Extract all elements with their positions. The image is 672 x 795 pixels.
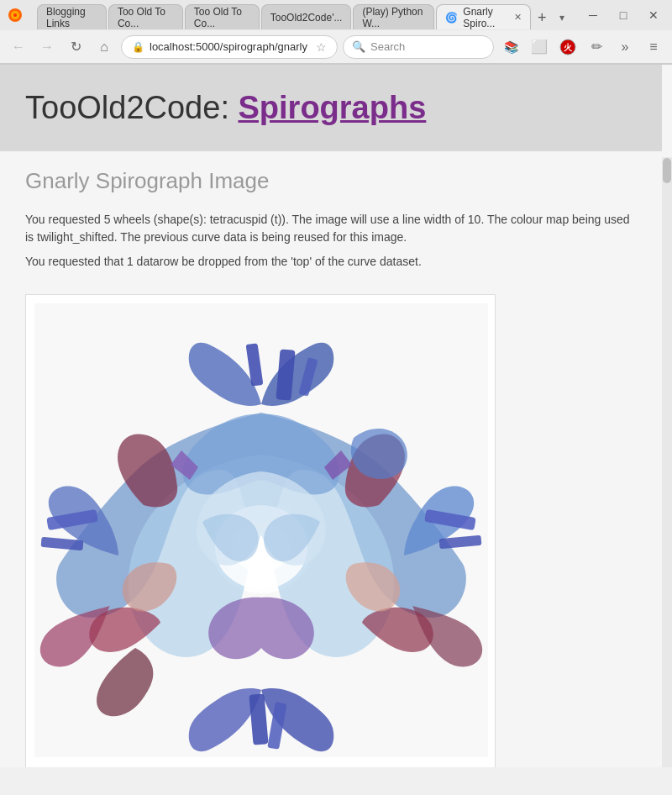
scrollbar[interactable] (662, 157, 672, 767)
browser-icon (7, 7, 24, 24)
tab-label: Too Old To Co... (194, 6, 250, 29)
tab-label: Blogging Links (46, 6, 97, 29)
info-text-2: You requested that 1 datarow be dropped … (25, 253, 637, 271)
main-content: Gnarly Spirograph Image You requested 5 … (0, 151, 662, 767)
refresh-button[interactable]: ↻ (64, 35, 87, 59)
tab-tooold-2[interactable]: Too Old To Co... (185, 4, 260, 29)
menu-button[interactable]: ≡ (642, 35, 665, 59)
tab-label: Too Old To Co... (118, 6, 174, 29)
tab-python[interactable]: (Play) Python W... (353, 4, 434, 29)
more-tools-button[interactable]: » (613, 35, 637, 59)
back-button[interactable]: ← (7, 35, 30, 59)
search-icon: 🔍 (352, 40, 365, 53)
tab-blogging-links[interactable]: Blogging Links (37, 4, 107, 29)
home-button[interactable]: ⌂ (92, 35, 116, 59)
page-inner: TooOld2Code: Spirographs Gnarly Spirogra… (0, 65, 662, 767)
close-button[interactable]: ✕ (642, 3, 665, 27)
tab-favicon: 🌀 (445, 12, 458, 24)
info-text-1: You requested 5 wheels (shape(s): tetrac… (25, 211, 637, 246)
window-controls: ─ □ ✕ (581, 3, 665, 27)
lock-icon: 🔒 (132, 41, 144, 53)
tab-label: (Play) Python W... (362, 6, 425, 29)
spirograph-container (25, 294, 496, 767)
star-icon[interactable]: ☆ (316, 40, 327, 54)
page-heading: Gnarly Spirograph Image (25, 168, 637, 194)
toolbar-icons: 📚 ⬜ 火 ✏ » ≡ (499, 35, 665, 59)
tab-label: TooOld2Code'... (270, 12, 343, 24)
sidebar-icon[interactable]: ⬜ (528, 35, 551, 59)
svg-point-2 (13, 13, 17, 17)
address-input[interactable]: 🔒 localhost:5000/spirograph/gnarly ☆ (121, 35, 338, 59)
search-box[interactable]: 🔍 Search (343, 35, 494, 59)
site-title-plain: TooOld2Code: (25, 90, 239, 125)
maximize-button[interactable]: □ (612, 3, 635, 27)
site-header: TooOld2Code: Spirographs (0, 65, 662, 151)
new-tab-button[interactable]: + (533, 6, 551, 29)
pen-icon[interactable]: ✏ (585, 35, 608, 59)
site-title: TooOld2Code: Spirographs (25, 90, 637, 126)
profile-icon[interactable]: 火 (556, 35, 580, 59)
site-title-link[interactable]: Spirographs (239, 90, 427, 125)
address-text: localhost:5000/spirograph/gnarly (150, 40, 307, 53)
scrollbar-thumb[interactable] (663, 158, 671, 183)
minimize-button[interactable]: ─ (581, 3, 605, 27)
forward-button[interactable]: → (35, 35, 59, 59)
tab-gnarly[interactable]: 🌀 Gnarly Spiro... ✕ (436, 4, 531, 29)
tab-tooold-1[interactable]: Too Old To Co... (108, 4, 183, 29)
title-bar: Blogging Links Too Old To Co... Too Old … (0, 0, 672, 30)
spirograph-image (34, 303, 488, 757)
tab-close-icon[interactable]: ✕ (514, 12, 522, 23)
collections-icon[interactable]: 📚 (499, 35, 522, 59)
address-bar: ← → ↻ ⌂ 🔒 localhost:5000/spirograph/gnar… (0, 30, 672, 64)
svg-text:火: 火 (563, 43, 573, 52)
search-placeholder: Search (370, 40, 405, 53)
tab-dropdown-button[interactable]: ▾ (553, 6, 571, 29)
tab-tooold-3[interactable]: TooOld2Code'... (261, 4, 352, 29)
tab-label: Gnarly Spiro... (463, 6, 506, 29)
page-content: TooOld2Code: Spirographs Gnarly Spirogra… (0, 65, 672, 767)
